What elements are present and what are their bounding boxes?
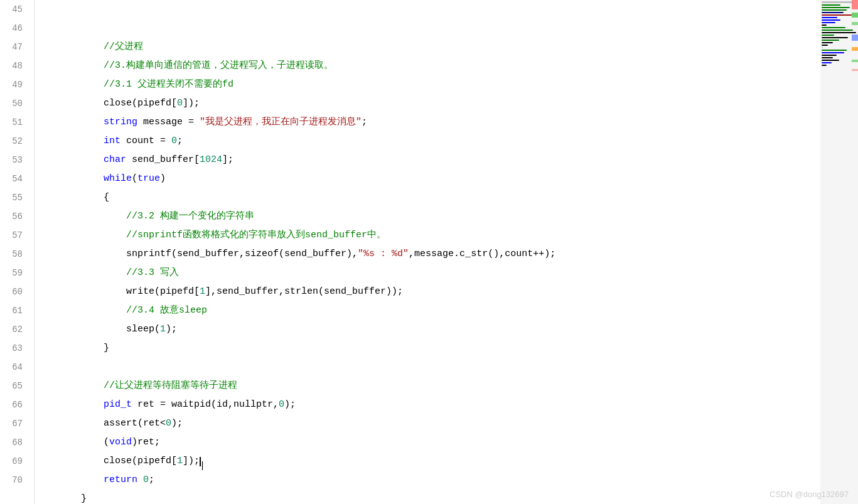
svg-rect-5: [822, 14, 852, 16]
editor-container: 45 46 47 48 49 50 51 52 53 54 55 56 57 5…: [0, 0, 858, 504]
svg-rect-29: [852, 35, 858, 41]
line-num-55: 55: [0, 188, 28, 207]
code-line-68: close(pipefd[1]);|: [47, 433, 820, 452]
svg-rect-30: [852, 47, 858, 51]
svg-rect-18: [822, 47, 823, 48]
svg-rect-23: [822, 60, 839, 61]
svg-rect-25: [822, 65, 827, 66]
svg-rect-12: [822, 32, 856, 33]
svg-rect-15: [822, 40, 839, 41]
svg-rect-17: [822, 45, 828, 46]
code-line-45: [47, 0, 820, 19]
line-num-54: 54: [0, 169, 28, 188]
svg-rect-8: [822, 22, 835, 23]
svg-rect-7: [822, 19, 840, 21]
line-num-69: 69: [0, 452, 28, 471]
line-num-48: 48: [0, 56, 28, 75]
line-num-45: 45: [0, 0, 28, 19]
minimap[interactable]: [820, 0, 858, 504]
line-num-49: 49: [0, 75, 28, 94]
svg-rect-32: [852, 69, 858, 71]
line-num-47: 47: [0, 38, 28, 56]
svg-rect-14: [822, 37, 848, 38]
line-num-64: 64: [0, 358, 28, 377]
line-num-63: 63: [0, 339, 28, 358]
svg-rect-20: [822, 52, 844, 53]
svg-rect-21: [822, 55, 837, 56]
line-num-65: 65: [0, 377, 28, 395]
svg-rect-2: [822, 7, 850, 8]
svg-rect-13: [822, 35, 834, 36]
svg-rect-11: [822, 29, 853, 31]
line-num-51: 51: [0, 113, 28, 132]
line-num-50: 50: [0, 94, 28, 113]
svg-rect-10: [822, 27, 845, 28]
line-num-52: 52: [0, 132, 28, 151]
svg-rect-22: [822, 57, 833, 58]
svg-rect-6: [822, 17, 837, 18]
line-num-70: 70: [0, 471, 28, 490]
svg-rect-26: [852, 0, 858, 9]
svg-rect-27: [852, 13, 858, 18]
svg-rect-19: [822, 50, 847, 51]
svg-rect-0: [822, 1, 853, 3]
line-num-59: 59: [0, 264, 28, 282]
svg-rect-4: [822, 12, 844, 13]
line-num-62: 62: [0, 320, 28, 339]
code-area[interactable]: //父进程 //3.构建单向通信的管道，父进程写入，子进程读取。 //3.1 父…: [35, 0, 820, 504]
svg-rect-9: [822, 24, 827, 26]
line-num-61: 61: [0, 301, 28, 320]
line-num-67: 67: [0, 414, 28, 433]
line-num-56: 56: [0, 207, 28, 226]
code-line-47: //3.构建单向通信的管道，父进程写入，子进程读取。: [47, 38, 820, 56]
code-line-63: [47, 339, 820, 358]
svg-rect-16: [822, 42, 833, 43]
svg-rect-3: [822, 9, 847, 11]
svg-rect-31: [852, 60, 858, 62]
svg-rect-1: [822, 4, 840, 6]
line-num-46: 46: [0, 19, 28, 38]
svg-rect-24: [822, 62, 832, 63]
minimap-content: [820, 0, 858, 504]
code-line-70: }: [47, 471, 820, 490]
watermark: CSDN @dong132697: [770, 490, 849, 499]
line-num-53: 53: [0, 151, 28, 169]
svg-rect-28: [852, 22, 858, 25]
line-numbers: 45 46 47 48 49 50 51 52 53 54 55 56 57 5…: [0, 0, 35, 504]
code-line-64: //让父进程等待阻塞等待子进程: [47, 358, 820, 377]
line-num-66: 66: [0, 395, 28, 414]
line-num-58: 58: [0, 245, 28, 264]
code-line-55: //3.2 构建一个变化的字符串: [47, 188, 820, 207]
code-line-46: //父进程: [47, 19, 820, 38]
line-num-68: 68: [0, 433, 28, 452]
line-num-60: 60: [0, 282, 28, 301]
line-num-57: 57: [0, 226, 28, 245]
